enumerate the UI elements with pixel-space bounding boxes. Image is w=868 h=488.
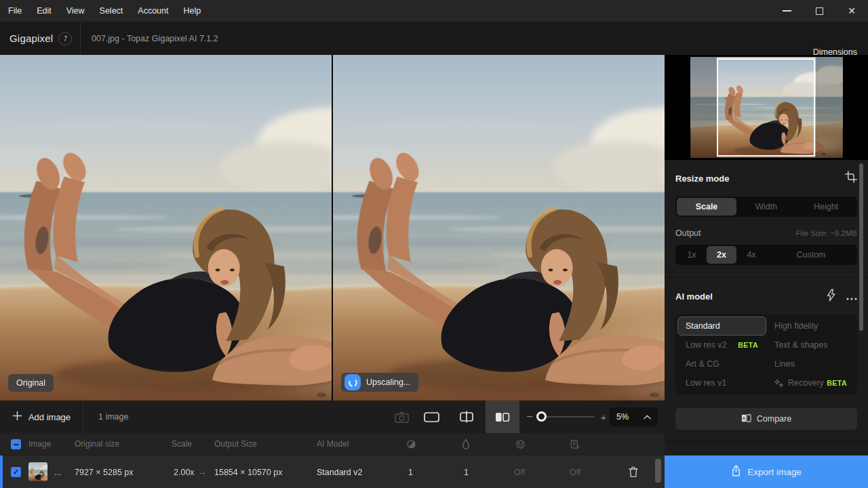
zoom-out-button[interactable]: − bbox=[524, 401, 536, 433]
menu-help[interactable]: Help bbox=[176, 0, 209, 22]
scale-4x-button[interactable]: 4x bbox=[736, 246, 766, 264]
ellipsis-icon[interactable] bbox=[846, 291, 857, 303]
model-art-cg[interactable]: Art & CG bbox=[677, 354, 766, 373]
menu-file[interactable]: File bbox=[0, 0, 29, 22]
column-image[interactable]: Image bbox=[28, 433, 51, 455]
scale-1x-button[interactable]: 1x bbox=[677, 246, 707, 264]
navigator-thumbnail[interactable] bbox=[690, 57, 843, 158]
model-low-res-v1[interactable]: Low res v1 bbox=[677, 373, 766, 392]
output-label: Output bbox=[675, 228, 701, 238]
scale-options: 1x 2x 4x Custom bbox=[675, 245, 857, 265]
navigator-viewport-box[interactable] bbox=[717, 58, 816, 157]
zoom-in-button[interactable]: + bbox=[597, 401, 610, 433]
select-all-checkbox[interactable] bbox=[11, 439, 21, 449]
row-checkbox[interactable]: ✓ bbox=[11, 467, 21, 477]
navigator-dim-left bbox=[690, 57, 717, 158]
minimize-icon bbox=[783, 10, 791, 12]
compare-button[interactable]: Compare bbox=[675, 408, 857, 430]
split-view-button[interactable] bbox=[450, 401, 484, 433]
upscaled-photo bbox=[333, 55, 665, 401]
upscaling-label: Upscaling... bbox=[366, 378, 410, 387]
ai-model-section: AI model Standard High fidelity Low res … bbox=[665, 289, 868, 394]
upscaling-status-chip: Upscaling... bbox=[341, 373, 418, 392]
title-bar: Gigapixel 7 007.jpg - Topaz Gigapixel AI… bbox=[0, 22, 868, 55]
tab-width[interactable]: Width bbox=[736, 198, 796, 216]
sharpen-icon[interactable] bbox=[406, 433, 416, 455]
maximize-button[interactable] bbox=[803, 0, 835, 22]
bolt-icon[interactable] bbox=[826, 289, 836, 304]
gamma-icon[interactable] bbox=[570, 433, 580, 455]
row-ai-model[interactable]: Standard v2 bbox=[317, 455, 362, 488]
ai-model-grid: Standard High fidelity Low res v2BETA Te… bbox=[675, 314, 857, 394]
row-gamma-value[interactable]: Off bbox=[570, 455, 580, 488]
menu-select[interactable]: Select bbox=[92, 0, 131, 22]
indeterminate-icon bbox=[14, 444, 19, 445]
beta-badge: BETA bbox=[827, 379, 847, 387]
row-denoise-value[interactable]: 1 bbox=[464, 455, 469, 488]
original-pane[interactable]: Original bbox=[0, 55, 332, 401]
denoise-icon[interactable] bbox=[462, 433, 470, 455]
tab-height[interactable]: Height bbox=[796, 198, 856, 216]
column-original-size[interactable]: Original size bbox=[75, 433, 119, 455]
menu-account[interactable]: Account bbox=[130, 0, 176, 22]
delete-row-button[interactable] bbox=[628, 455, 639, 488]
window-controls: ✕ bbox=[770, 0, 868, 22]
single-view-button[interactable] bbox=[414, 401, 448, 433]
menu-view[interactable]: View bbox=[59, 0, 92, 22]
model-low-res-v2[interactable]: Low res v2BETA bbox=[677, 336, 766, 354]
sidebar: Resize mode Scale Width Height Output Fi… bbox=[665, 55, 868, 455]
resize-section: Resize mode Scale Width Height Output Fi… bbox=[665, 171, 868, 278]
column-ai-model[interactable]: AI Model bbox=[317, 433, 349, 455]
row-scale[interactable]: 2.00x bbox=[174, 455, 195, 488]
crop-icon[interactable] bbox=[845, 171, 857, 186]
tab-scale[interactable]: Scale bbox=[677, 198, 736, 216]
app-name: Gigapixel bbox=[9, 33, 53, 44]
row-face-recovery-value[interactable]: Off bbox=[514, 455, 525, 488]
row-thumbnail-photo bbox=[28, 462, 47, 481]
menu-edit[interactable]: Edit bbox=[29, 0, 59, 22]
face-recovery-icon[interactable] bbox=[515, 433, 526, 455]
zoom-slider-track[interactable] bbox=[540, 416, 595, 418]
model-standard[interactable]: Standard bbox=[677, 317, 766, 336]
model-high-fidelity[interactable]: High fidelity bbox=[766, 317, 855, 336]
check-icon: ✓ bbox=[13, 468, 19, 476]
row-thumbnail[interactable] bbox=[28, 462, 47, 481]
close-icon: ✕ bbox=[848, 6, 856, 16]
arrow-right-icon: → bbox=[198, 455, 207, 488]
row-output-size: 15854 × 10570 px bbox=[214, 455, 282, 488]
ai-model-title: AI model bbox=[675, 291, 713, 302]
minimize-button[interactable] bbox=[770, 0, 803, 22]
zoom-slider-knob[interactable] bbox=[536, 411, 547, 422]
sidebar-scrollbar[interactable] bbox=[859, 163, 863, 331]
compare-icon bbox=[741, 413, 751, 425]
table-scrollbar[interactable] bbox=[655, 459, 661, 483]
navigator-dim-right bbox=[816, 57, 844, 158]
add-image-button[interactable]: Add image bbox=[0, 401, 83, 433]
maximize-icon bbox=[816, 7, 823, 15]
side-by-side-view-button[interactable] bbox=[486, 401, 519, 433]
export-label: Export image bbox=[747, 467, 802, 477]
compare-label: Compare bbox=[757, 414, 791, 424]
snapshot-button[interactable] bbox=[389, 401, 414, 433]
resize-mode-title: Resize mode bbox=[675, 174, 729, 184]
zoom-level-dropdown[interactable]: 5% bbox=[610, 407, 658, 426]
close-button[interactable]: ✕ bbox=[835, 0, 868, 22]
column-scale[interactable]: Scale bbox=[172, 433, 192, 455]
export-image-button[interactable]: Export image bbox=[665, 455, 868, 488]
sidebar-footer-divider bbox=[665, 441, 868, 442]
queue-table-row[interactable]: ✓ ... 7927 × 5285 px 2.00x → 15854 × 105… bbox=[0, 455, 665, 488]
model-recovery[interactable]: Recovery BETA bbox=[766, 373, 855, 392]
model-lines[interactable]: Lines bbox=[766, 354, 855, 373]
original-label-chip: Original bbox=[8, 374, 54, 392]
plus-icon bbox=[12, 411, 22, 423]
scale-custom-button[interactable]: Custom bbox=[766, 246, 856, 264]
upscaled-pane[interactable]: Upscaling... bbox=[333, 55, 665, 401]
side-by-side-icon bbox=[495, 412, 510, 422]
beta-badge: BETA bbox=[738, 341, 758, 349]
zoom-level-value: 5% bbox=[616, 412, 629, 422]
row-sharpen-value[interactable]: 1 bbox=[408, 455, 413, 488]
column-output-size[interactable]: Output Size bbox=[214, 433, 257, 455]
scale-2x-button[interactable]: 2x bbox=[707, 246, 736, 264]
model-text-shapes[interactable]: Text & shapes bbox=[766, 336, 855, 354]
toolbar-divider bbox=[83, 401, 83, 433]
